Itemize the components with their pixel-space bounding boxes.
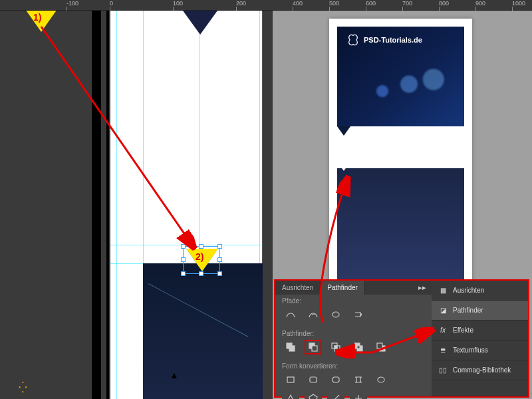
library-icon: ▯▯ [438, 366, 448, 375]
svg-rect-2 [289, 346, 295, 351]
ruler-tick: 1000 [512, 0, 525, 7]
origin-indicator: ⁛ [19, 381, 29, 394]
pasteboard: 1) 2) ▲ ⁛ [0, 11, 273, 399]
pathfinder-subtract-icon[interactable] [305, 340, 322, 354]
logo-text: PSD-Tutorials.de [364, 36, 422, 44]
selection-handle[interactable] [217, 244, 222, 249]
dark-gradient-rect[interactable] [143, 263, 263, 399]
section-pfade: Pfade: [275, 295, 432, 327]
panel-list-label: Ausrichten [453, 287, 484, 294]
panel-list-label: Textumfluss [453, 346, 488, 354]
preview-notch-dark [337, 126, 350, 136]
panel-list-effekte[interactable]: fx Effekte [432, 321, 528, 340]
ruler-tick: 800 [439, 0, 449, 7]
tab-pathfinder[interactable]: Pathfinder [321, 281, 365, 295]
preview-graphic [350, 63, 457, 110]
preview-page[interactable]: PSD-Tutorials.de [329, 19, 472, 291]
ruler-tick: 600 [366, 0, 376, 7]
ruler-tick: 500 [329, 0, 339, 7]
document-canvas[interactable]: 1) 2) ▲ ⁛ [0, 11, 273, 399]
guide-horizontal[interactable] [110, 245, 263, 245]
shape-bevelrect-icon[interactable] [327, 372, 344, 387]
svg-rect-7 [334, 346, 337, 348]
panel-list-ausrichten[interactable]: ▦ Ausrichten [432, 281, 528, 301]
align-icon: ▦ [438, 286, 448, 295]
ruler-tick: -100 [66, 0, 78, 7]
preview-notch-white [337, 162, 350, 171]
pathfinder-minus-back-icon[interactable] [372, 340, 390, 354]
panel-group-highlight: Ausrichten Pathfinder ▸▸ Pfade: Pathfind… [274, 279, 529, 398]
panel-list-textumfluss[interactable]: ≣ Textumfluss [432, 340, 528, 360]
shape-roundrect-icon[interactable] [305, 372, 322, 387]
logo: PSD-Tutorials.de [346, 33, 422, 47]
shape-horizontal-vertical-line-icon[interactable] [350, 391, 367, 399]
textwrap-icon: ≣ [438, 346, 448, 355]
ruler-tick: 100 [173, 0, 183, 7]
panel-list-label: Pathfinder [453, 307, 483, 314]
panel-flyout-menu-icon[interactable]: ▸▸ [413, 281, 432, 295]
tab-ausrichten[interactable]: Ausrichten [275, 281, 321, 295]
panel-list-commag[interactable]: ▯▯ Commag-Bibliothek [432, 360, 528, 380]
shape-inverse-round-icon[interactable] [350, 372, 367, 387]
svg-rect-4 [312, 346, 317, 351]
panel-list-label: Commag-Bibliothek [453, 366, 511, 374]
preview-lower-rect [337, 168, 464, 291]
selection-handle[interactable] [199, 244, 203, 249]
path-open-icon[interactable] [305, 307, 322, 322]
panel-stack-list: ▦ Ausrichten ◪ Pathfinder fx Effekte ≣ T… [432, 281, 528, 396]
pathfinder-add-icon[interactable] [282, 340, 299, 354]
dark-triangle-top[interactable] [183, 11, 217, 35]
selection-handle[interactable] [181, 271, 186, 276]
section-label-form: Form konvertieren: [282, 362, 425, 370]
annotation-label-1: 1) [33, 12, 41, 23]
ruler-tick: 400 [293, 0, 303, 7]
svg-rect-12 [377, 343, 382, 348]
section-pathfinder: Pathfinder: [275, 327, 432, 360]
pathfinder-panel[interactable]: Ausrichten Pathfinder ▸▸ Pfade: Pathfind… [275, 281, 432, 396]
selection-handle[interactable] [199, 271, 203, 276]
shape-rect-icon[interactable] [282, 372, 299, 387]
pathfinder-intersect-icon[interactable] [327, 340, 344, 354]
svg-point-0 [332, 312, 339, 317]
black-guide-col [92, 11, 101, 399]
selection-handle[interactable] [181, 244, 186, 249]
shape-ellipse-icon[interactable] [372, 372, 390, 387]
path-close-icon[interactable] [327, 307, 344, 322]
panel-list-pathfinder[interactable]: ◪ Pathfinder [432, 301, 528, 321]
annotation-label-2: 2) [196, 251, 203, 262]
shape-line-icon[interactable] [327, 391, 344, 399]
svg-rect-14 [310, 377, 317, 382]
selection-handle[interactable] [181, 257, 186, 262]
butterfly-icon [346, 33, 360, 47]
cursor-indicator: ▲ [170, 370, 179, 380]
guide-vertical[interactable] [116, 11, 117, 399]
ruler-tick: 700 [402, 0, 412, 7]
panel-tab-bar: Ausrichten Pathfinder ▸▸ [275, 281, 432, 295]
section-label-pathfinder: Pathfinder: [282, 330, 425, 337]
ruler-tick: 0 [110, 0, 113, 7]
svg-rect-10 [357, 346, 360, 348]
black-guide-col [106, 11, 109, 399]
section-form: Form konvertieren: [275, 360, 432, 399]
fx-icon: fx [438, 326, 448, 335]
svg-rect-13 [287, 377, 294, 382]
preview-hero-image: PSD-Tutorials.de [337, 27, 464, 126]
shape-polygon-icon[interactable] [305, 391, 322, 399]
path-reverse-icon[interactable] [350, 307, 367, 322]
path-join-icon[interactable] [282, 307, 299, 322]
ruler-horizontal: -100 0 100 200 400 500 600 700 800 900 1… [0, 0, 532, 11]
pathfinder-exclude-icon[interactable] [350, 340, 367, 354]
ruler-tick: 200 [236, 0, 246, 7]
pathfinder-icon: ◪ [438, 306, 448, 315]
panel-list-label: Effekte [453, 327, 473, 334]
section-label-pfade: Pfade: [282, 297, 425, 305]
shape-triangle-icon[interactable] [282, 391, 299, 399]
svg-point-15 [378, 377, 384, 382]
ruler-tick: 900 [475, 0, 485, 7]
selection-handle[interactable] [217, 271, 222, 276]
selection-handle[interactable] [217, 257, 222, 262]
